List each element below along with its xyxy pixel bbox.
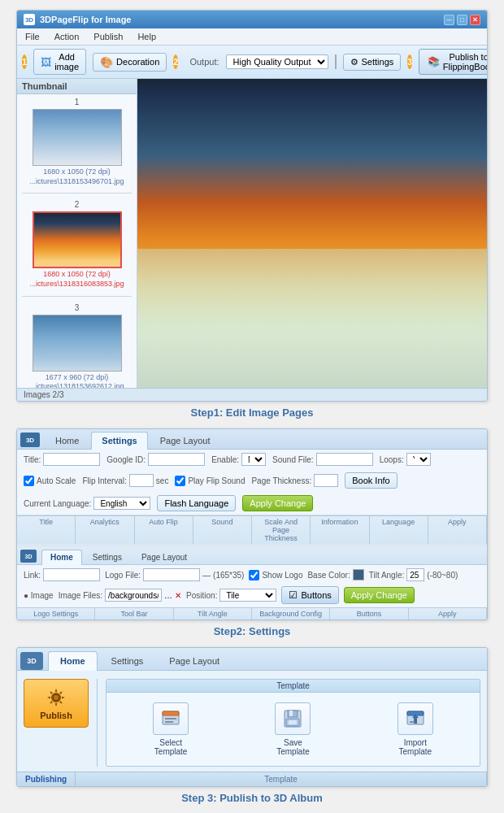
image-files-field: Image Files: … ✕ (59, 589, 181, 602)
step3-tab-bar: 3D Home Settings Page Layout (17, 648, 487, 671)
image-path-browse[interactable]: … (164, 591, 172, 600)
publish-gear-icon (45, 686, 67, 709)
sub-tab-page-layout[interactable]: Page Layout (133, 550, 196, 564)
menu-file[interactable]: File (22, 30, 43, 43)
loops-select[interactable]: Yes (406, 453, 431, 466)
output-select[interactable]: High Quality Output (226, 54, 328, 69)
decoration-button[interactable]: 🎨 Decoration (93, 53, 167, 72)
apply-change-button-1[interactable]: Apply Change (242, 495, 313, 511)
s3-tab-settings[interactable]: Settings (99, 651, 156, 670)
buttons-button[interactable]: ☑ Buttons (281, 586, 338, 604)
apply-change-button-2[interactable]: Apply Change (344, 587, 415, 603)
thumb-image-1[interactable] (33, 109, 122, 166)
import-template-button[interactable]: ImportTemplate (391, 699, 440, 759)
sound-file-field: Sound File: (272, 453, 373, 466)
google-id-input[interactable] (148, 453, 205, 466)
step1-section: 3D 3DPageFlip for Image ─ □ ✕ File Actio… (16, 10, 488, 419)
app-icon: 3D (24, 14, 35, 25)
thumbnail-item-1[interactable]: 1 1680 x 1050 (72 dpi) ...ictures\131815… (17, 94, 137, 189)
import-template-label: ImportTemplate (399, 738, 432, 756)
thumb-image-3[interactable] (33, 315, 122, 372)
close-button[interactable]: ✕ (470, 15, 480, 25)
section-label-apply: Apply (428, 516, 487, 544)
logo-file-input[interactable] (143, 568, 200, 581)
image-radio-label: ● Image (24, 591, 54, 600)
link-field: Link: (24, 568, 100, 581)
language-select[interactable]: English (93, 497, 150, 510)
base-color-swatch[interactable] (353, 569, 364, 580)
sub-section-toolbar: Tool Bar (95, 608, 173, 620)
maximize-button[interactable]: □ (457, 15, 467, 25)
minimize-button[interactable]: ─ (444, 15, 454, 25)
template-buttons: SelectTemplate (106, 693, 480, 766)
main-image-area (137, 79, 487, 388)
play-flip-sound-checkbox[interactable] (175, 476, 185, 486)
show-logo-field: Show Logo (249, 570, 302, 580)
clear-icon[interactable]: ✕ (175, 591, 181, 600)
add-image-icon: 🖼 (41, 56, 51, 68)
status-bar: Images 2/3 (17, 388, 487, 401)
step3-badge: 3 (407, 54, 412, 69)
sub-section-bg: Background Config (252, 608, 330, 620)
s3-tab-page-layout[interactable]: Page Layout (157, 651, 232, 670)
auto-scale-checkbox[interactable] (24, 476, 34, 486)
publish-button[interactable]: Publish (24, 679, 89, 728)
select-template-button[interactable]: SelectTemplate (146, 699, 195, 759)
page-thickness-field: Page Thickness: (251, 474, 338, 487)
thumb-divider-2 (22, 296, 132, 297)
settings-button[interactable]: ⚙ Settings (343, 54, 402, 71)
link-label: Link: (24, 571, 41, 580)
menu-help[interactable]: Help (134, 30, 159, 43)
tab-home[interactable]: Home (45, 432, 89, 449)
thumbnail-item-3[interactable]: 3 1677 x 960 (72 dpi) ...ictures\1318153… (17, 300, 137, 388)
sub-tab-settings[interactable]: Settings (84, 550, 131, 564)
title-input[interactable] (43, 453, 100, 466)
book-info-button[interactable]: Book Info (345, 472, 397, 489)
thumbnail-item-2[interactable]: 2 1680 x 1050 (72 dpi) ...ictures\131831… (17, 197, 137, 292)
settings-label: Settings (362, 57, 394, 67)
add-image-label: Add image (54, 52, 79, 72)
menu-action[interactable]: Action (51, 30, 83, 43)
import-template-icon (404, 707, 427, 730)
thumb-divider-1 (22, 193, 132, 193)
enable-field: Enable: No (211, 453, 266, 466)
save-template-button[interactable]: SaveTemplate (268, 699, 317, 759)
template-header: Template (106, 680, 480, 693)
add-image-button[interactable]: 🖼 Add image (33, 49, 86, 75)
step3-logo: 3D (20, 652, 43, 670)
menu-bar: File Action Publish Help (17, 28, 487, 46)
window-controls: ─ □ ✕ (444, 15, 480, 25)
publish-to-flippingbook-button[interactable]: 📚 Publish to FlippingBook (419, 49, 488, 75)
step3-bottom: Publishing Template (17, 772, 487, 786)
position-select[interactable]: Tile (219, 589, 276, 602)
output-label: Output: (189, 57, 219, 67)
auto-scale-label: Auto Scale (37, 476, 76, 485)
page-thickness-input[interactable] (314, 474, 338, 487)
sound-file-input[interactable] (316, 453, 373, 466)
logo-size-label: (165*35) (213, 571, 244, 580)
step2-badge: 2 (173, 54, 178, 69)
enable-select[interactable]: No (241, 453, 266, 466)
show-logo-checkbox[interactable] (249, 570, 259, 580)
link-input[interactable] (43, 568, 100, 581)
image-path-input[interactable] (105, 589, 162, 602)
sub-tab-home[interactable]: Home (41, 550, 82, 565)
browse-btn[interactable]: — (202, 571, 211, 580)
flip-interval-field: Flip Interval: sec (82, 474, 168, 487)
flash-language-label: Flash Language (164, 498, 228, 508)
flip-interval-input[interactable] (129, 474, 154, 487)
menu-publish[interactable]: Publish (90, 30, 126, 43)
thumb-image-2-selected[interactable] (33, 211, 122, 268)
tilt-angle-input[interactable] (406, 568, 424, 581)
current-language-field: Current Language: English (24, 497, 150, 510)
tab-settings[interactable]: Settings (91, 432, 147, 450)
thumb-sky-bg (33, 110, 121, 165)
thumb-number-1: 1 (20, 98, 133, 107)
s3-tab-home[interactable]: Home (48, 651, 98, 671)
color-picker[interactable] (335, 54, 337, 69)
tab-page-layout[interactable]: Page Layout (150, 432, 221, 449)
save-template-icon (281, 707, 304, 730)
section-label-title: Title (17, 516, 76, 544)
publishing-label: Publishing (17, 772, 76, 786)
flash-language-button[interactable]: Flash Language (157, 495, 236, 511)
